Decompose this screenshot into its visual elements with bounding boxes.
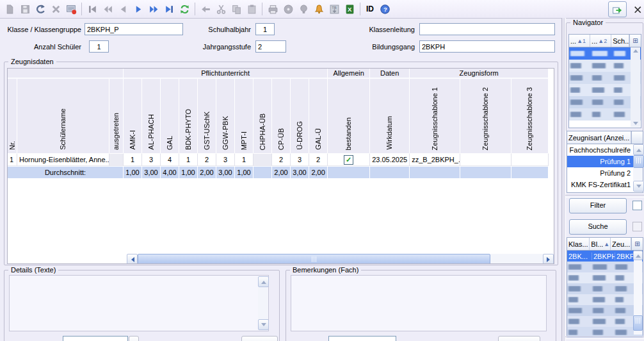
grid-cell[interactable]: 4: [161, 153, 179, 166]
navigator-scrollbar[interactable]: [631, 47, 640, 127]
grid-cell[interactable]: 1: [179, 153, 198, 166]
zeugnisart-item[interactable]: KMK FS-Zertifikat1: [567, 179, 633, 190]
bulb-icon[interactable]: [296, 1, 311, 17]
arrow-left-icon[interactable]: [198, 1, 213, 17]
grid-cell[interactable]: [109, 153, 124, 166]
grid-cell[interactable]: Hornung-Eisenblätter, Anne...: [17, 153, 109, 166]
klassen-row[interactable]: 2BK...2BKPH2BKPH: [567, 251, 643, 262]
grid-cell[interactable]: [254, 153, 272, 166]
anzahl-schueler-input[interactable]: [89, 40, 109, 53]
grid-cell[interactable]: 3: [216, 153, 235, 166]
schulhalbjahr-input[interactable]: [255, 23, 275, 35]
grid-cell[interactable]: 2: [309, 153, 328, 166]
column-header-CP--B[interactable]: CP-ÜB: [272, 79, 291, 153]
navigator-column-header[interactable]: Sch...: [611, 35, 629, 47]
scrollbar-thumb[interactable]: [138, 254, 490, 264]
form-properties-icon[interactable]: [63, 1, 79, 17]
klassen-column-header[interactable]: Zeu...: [611, 238, 631, 250]
bell-icon[interactable]: [311, 1, 326, 17]
partial-combobox-1[interactable]: [63, 336, 128, 341]
id-text-icon[interactable]: ID: [363, 1, 377, 17]
zeugnisart-header[interactable]: Zeugnisart (Anzei...: [567, 131, 631, 144]
details-vertical-scrollbar[interactable]: [258, 276, 268, 330]
paste-icon[interactable]: [244, 1, 259, 17]
partial-combobox-2[interactable]: [328, 336, 396, 341]
excel-icon[interactable]: X: [342, 1, 357, 17]
filter-button[interactable]: Filter: [569, 198, 627, 213]
klassen-row[interactable]: [567, 283, 643, 294]
column-header-Zeugnisschablone-2[interactable]: Zeugnisschablone 2: [460, 79, 511, 153]
grid-cell[interactable]: 2: [272, 153, 291, 166]
grid-cell[interactable]: zz_B_2BKPH_...: [410, 153, 460, 166]
bestanden-cell[interactable]: ✓: [328, 153, 370, 166]
column-header-Zeugnisschablone-3[interactable]: Zeugnisschablone 3: [511, 79, 549, 153]
bildungsgang-input[interactable]: [419, 40, 555, 53]
column-header-Nr-[interactable]: Nr.: [8, 79, 17, 153]
grid-cell[interactable]: 23.05.2025: [370, 153, 410, 166]
save-icon[interactable]: [17, 1, 33, 17]
nav-prev-icon[interactable]: [115, 1, 131, 17]
zeugnisart-item[interactable]: Prüfung 1: [567, 156, 633, 167]
details-scroll-up[interactable]: [258, 276, 269, 287]
field-chooser-icon[interactable]: ⊞: [629, 35, 641, 47]
bemerkungen-textarea[interactable]: [291, 275, 547, 331]
klassen-row[interactable]: [567, 294, 643, 305]
zeugnisart-scroll-down[interactable]: [633, 181, 644, 192]
disc-icon[interactable]: [280, 1, 296, 17]
klassen-scrollbar[interactable]: [634, 251, 642, 335]
nav-next-icon[interactable]: [131, 1, 146, 17]
column-header-Sch-lername[interactable]: Schülername: [17, 79, 109, 153]
refresh-icon[interactable]: [177, 1, 192, 17]
undo-icon[interactable]: [33, 1, 48, 17]
grid-cell[interactable]: 1: [8, 153, 17, 166]
grid-cell[interactable]: 1: [235, 153, 254, 166]
nav-last-icon[interactable]: [161, 1, 177, 17]
partial-button-2[interactable]: [241, 336, 278, 341]
column-header-Wirkdatum[interactable]: Wirkdatum: [370, 79, 410, 153]
zeugnisart-scrollbar[interactable]: [633, 144, 643, 192]
nav-next-fast-icon[interactable]: [146, 1, 161, 17]
delete-icon[interactable]: [48, 1, 63, 17]
klassen-row[interactable]: [567, 262, 643, 272]
nav-first-icon[interactable]: [85, 1, 100, 17]
grid-cell[interactable]: 3: [291, 153, 309, 166]
zeugnisart-scroll-up[interactable]: [633, 144, 644, 155]
klassen-row[interactable]: [567, 272, 643, 283]
grid-cell[interactable]: 3: [142, 153, 161, 166]
field-chooser-icon[interactable]: [631, 131, 643, 144]
grid-cell[interactable]: [460, 153, 511, 166]
klassen-row[interactable]: [567, 316, 643, 327]
grid-cell[interactable]: 1: [124, 153, 142, 166]
klassenleitung-input[interactable]: [419, 23, 555, 35]
new-record-icon[interactable]: [2, 1, 17, 17]
bestanden-checkbox[interactable]: ✓: [344, 155, 353, 165]
field-chooser-icon[interactable]: ⊞: [631, 238, 643, 250]
column-header-MPT-I[interactable]: MPT-I: [235, 79, 254, 153]
column-header-GAL[interactable]: GAL: [161, 79, 179, 153]
print-icon[interactable]: [265, 1, 280, 17]
scrollbar-track[interactable]: [490, 254, 543, 263]
nav-prev-fast-icon[interactable]: [100, 1, 115, 17]
detach-window-button[interactable]: [608, 1, 627, 17]
grid-horizontal-scrollbar[interactable]: [127, 254, 554, 263]
column-header---DROG[interactable]: Ü-DROG: [291, 79, 309, 153]
column-header-CHPHA--B[interactable]: CHPHA-ÜB: [254, 79, 272, 153]
details-scroll-down[interactable]: [258, 319, 269, 330]
column-header-AMK-I[interactable]: AMK-I: [124, 79, 142, 153]
klassen-column-header[interactable]: Bl...▲: [590, 238, 611, 250]
column-header-Zeugnisschablone-1[interactable]: Zeugnisschablone 1: [410, 79, 460, 153]
close-icon[interactable]: [632, 4, 641, 13]
cut-icon[interactable]: [213, 1, 229, 17]
zeugnisart-scroll-thumb[interactable]: [633, 155, 644, 168]
klasse-input[interactable]: [85, 23, 183, 35]
column-header-BDK-PHYTO[interactable]: BDK-PHYTO: [179, 79, 198, 153]
column-header-ausgetreten[interactable]: ausgetreten: [109, 79, 124, 153]
klassen-column-header[interactable]: Klas...: [567, 238, 590, 250]
tb-download-icon[interactable]: TB: [326, 1, 342, 17]
jahrgangsstufe-input[interactable]: [255, 40, 286, 53]
student-row[interactable]: 1Hornung-Eisenblätter, Anne...1341231232…: [8, 153, 549, 166]
column-header-AL-PHACH[interactable]: AL-PHACH: [142, 79, 161, 153]
suche-checkbox[interactable]: [632, 222, 642, 231]
navigator-column-header[interactable]: ...▲2: [590, 35, 611, 47]
grid-cell[interactable]: 2: [198, 153, 216, 166]
